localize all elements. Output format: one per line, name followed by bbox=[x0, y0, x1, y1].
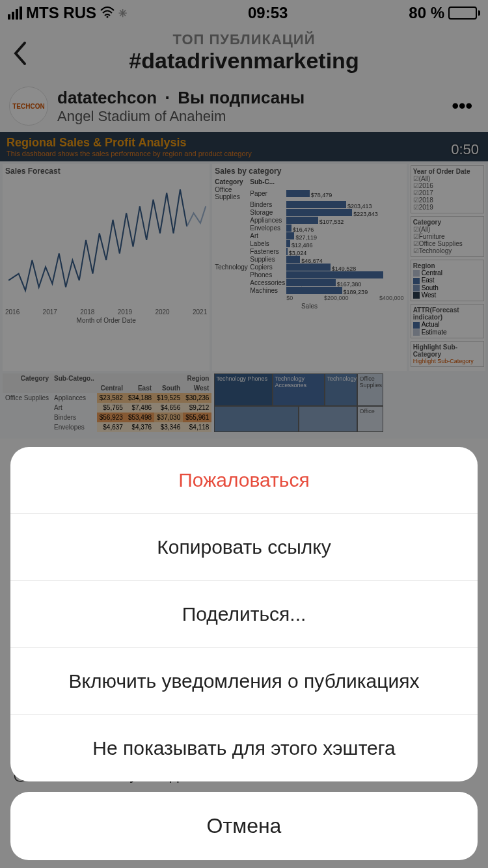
action-cancel[interactable]: Отмена bbox=[10, 792, 478, 860]
action-sheet: Пожаловаться Копировать ссылку Поделитьс… bbox=[10, 447, 478, 860]
action-enable-notifications[interactable]: Включить уведомления о публикациях bbox=[10, 648, 478, 715]
action-share[interactable]: Поделиться... bbox=[10, 581, 478, 648]
action-report[interactable]: Пожаловаться bbox=[10, 447, 478, 514]
action-hide-hashtag[interactable]: Не показывать для этого хэштега bbox=[10, 715, 478, 781]
action-copy-link[interactable]: Копировать ссылку bbox=[10, 514, 478, 581]
